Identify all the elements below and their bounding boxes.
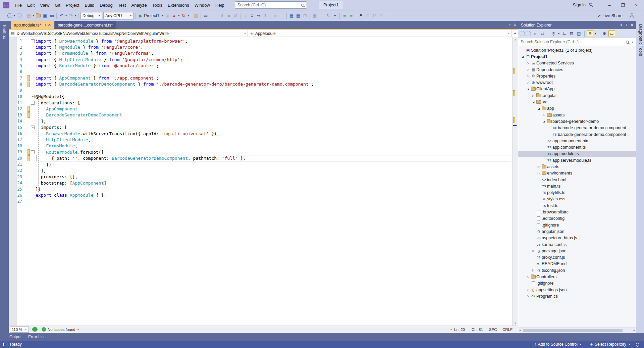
tree-item-clientapp[interactable]: ◢ClientApp <box>518 86 636 92</box>
editor-split-handle[interactable]: ÷ <box>512 30 518 37</box>
tree-item-src[interactable]: ◢src <box>518 99 636 105</box>
tree-item-test-ts[interactable]: TStest.ts <box>518 202 636 209</box>
start-debugging-button[interactable]: ▶Project1 <box>137 12 161 19</box>
tree-item--angular[interactable]: ▷.angular <box>518 92 636 99</box>
redo-icon[interactable]: ↷ <box>67 12 74 19</box>
collapsed-arrow-icon[interactable]: ▷ <box>526 62 530 65</box>
health-check-icon[interactable]: ✓ <box>42 327 46 332</box>
menu-window[interactable]: Window <box>192 2 213 9</box>
code-editor[interactable]: 1−import { BrowserModule } from '@angula… <box>9 37 518 326</box>
se-solutions-folders-toggle[interactable]: ≣ <box>587 30 593 37</box>
live-share-button[interactable]: ↗ Live Share <box>597 13 623 18</box>
menu-file[interactable]: File <box>12 2 24 9</box>
se-properties-icon[interactable]: ⚙ <box>601 30 608 37</box>
save-all-icon[interactable]: ▣▣ <box>48 12 55 19</box>
menu-edit[interactable]: Edit <box>24 2 37 9</box>
collapsed-arrow-icon[interactable]: ▷ <box>526 295 530 298</box>
collapsed-arrow-icon[interactable]: ▷ <box>526 288 530 291</box>
se-home-icon[interactable]: ⌂ <box>532 30 538 37</box>
collapsed-arrow-icon[interactable]: ▷ <box>531 94 536 97</box>
expanded-arrow-icon[interactable]: ◢ <box>520 55 525 58</box>
tree-item-aspnetcore-https-js[interactable]: JSaspnetcore-https.js <box>518 235 636 241</box>
tree-item-wwwroot[interactable]: ▷⊕wwwroot <box>518 79 636 86</box>
global-search-input[interactable]: Search (Ctrl+Q) <box>235 1 307 9</box>
scroll-left-icon[interactable]: ◂ <box>519 329 521 332</box>
fold-collapse-icon[interactable]: − <box>31 95 35 98</box>
scroll-right-icon[interactable]: ▸ <box>633 329 635 332</box>
collapsed-arrow-icon[interactable]: ▷ <box>531 249 536 252</box>
chevron-down-icon[interactable]: ▾ <box>65 14 67 17</box>
se-sync-active-document-icon[interactable]: ⇆ <box>561 30 568 37</box>
collapsed-arrow-icon[interactable]: ▷ <box>536 172 541 175</box>
toolbox-side-strip[interactable]: Toolbox <box>0 21 9 333</box>
tree-item-barcode-generator-demo[interactable]: ◢barcode-generator-demo <box>518 118 636 125</box>
pause-icon[interactable]: ‖ <box>219 12 225 19</box>
chevron-down-icon[interactable]: ▾ <box>621 23 622 27</box>
code-line[interactable]: 19− RouterModule.forRoot([ <box>9 149 512 155</box>
code-line[interactable]: 12 AppComponent <box>9 106 512 112</box>
tab-list-dropdown-icon[interactable]: ▾ <box>509 23 511 27</box>
se-collapse-all-icon[interactable]: ⊟ <box>568 30 575 37</box>
expanded-arrow-icon[interactable]: ◢ <box>531 101 536 104</box>
menu-analyze[interactable]: Analyze <box>128 2 149 9</box>
save-icon[interactable]: ▣ <box>42 12 48 19</box>
tree-item-proxy-conf-js[interactable]: JSproxy.conf.js <box>518 254 636 261</box>
expanded-arrow-icon[interactable]: ◢ <box>526 88 530 91</box>
indent-decrease-icon[interactable]: ≡ <box>341 12 348 19</box>
solution-explorer-search-input[interactable]: Search Solution Explorer (Ctrl+;) ▾ <box>518 38 636 46</box>
collapsed-arrow-icon[interactable]: ▷ <box>542 113 546 116</box>
hot-reload-icon[interactable]: ↻ <box>180 12 187 19</box>
se-back-icon[interactable]: ← <box>520 31 525 36</box>
pin-icon[interactable]: ⊤ <box>43 23 46 27</box>
code-line[interactable]: 20 { path: '', component: BarcodeGenerat… <box>9 155 512 161</box>
tree-item-main-ts[interactable]: TSmain.ts <box>518 183 636 189</box>
code-line[interactable]: 18 FormsModule, <box>9 143 512 149</box>
show-next-statement-icon[interactable]: ↓ <box>242 12 249 19</box>
browse-with-icon[interactable]: ▥ <box>193 12 199 19</box>
start-without-debugging-icon[interactable]: ▷ <box>164 12 171 19</box>
scroll-right-icon[interactable]: ▸ <box>450 328 452 331</box>
tree-item-barcode-generator-demo-component[interactable]: <>barcode-generator-demo.component <box>518 125 636 131</box>
step-into-icon[interactable]: ↧ <box>249 12 255 19</box>
editor-vertical-scrollbar[interactable]: ▲ ▼ <box>512 37 518 326</box>
next-bookmark-icon[interactable]: ⚐ <box>371 12 378 19</box>
step-out-icon[interactable]: ↥ <box>262 12 269 19</box>
code-line[interactable]: 7import { AppComponent } from './app.com… <box>9 75 512 81</box>
clear-bookmarks-icon[interactable]: ⚐ <box>378 12 384 19</box>
menu-debug[interactable]: Debug <box>97 2 115 9</box>
tree-item-properties[interactable]: ▷⚙Properties <box>518 73 636 79</box>
watch-grid-icon[interactable]: ▦ <box>288 12 295 19</box>
code-map-icon[interactable]: ≈ <box>272 12 278 19</box>
toolbar-overflow-icon[interactable]: ‒ <box>384 12 391 19</box>
document-tab[interactable]: barcode-gene....component.ts* <box>55 21 116 29</box>
tree-item-connected-services[interactable]: ▷☁Connected Services <box>518 60 636 66</box>
code-line[interactable]: 6 <box>9 69 512 75</box>
navigate-forward-icon[interactable]: → <box>16 12 22 19</box>
code-line[interactable]: 11− declarations: [ <box>9 100 512 106</box>
notifications-bell-icon[interactable] <box>636 343 639 346</box>
tree-item--editorconfig[interactable]: .editorconfig <box>518 215 636 222</box>
menu-test[interactable]: Test <box>115 2 129 9</box>
code-line[interactable]: 3import { FormsModule } from '@angular/f… <box>9 50 512 56</box>
user-account-icon[interactable] <box>588 3 593 7</box>
close-icon[interactable]: ✕ <box>631 23 633 27</box>
tree-item-program-cs[interactable]: ▷C#Program.cs <box>518 293 636 299</box>
step-over-icon[interactable]: ↪ <box>255 12 262 19</box>
tree-item-assets[interactable]: ▷assets <box>518 163 636 170</box>
toolbar-overflow-icon[interactable]: ‒ <box>318 12 325 19</box>
import-doc-icon[interactable]: ⊡ <box>302 12 308 19</box>
code-line[interactable]: 27 <box>9 198 512 204</box>
se-switch-views-icon[interactable]: ⇄ <box>539 30 546 37</box>
chevron-down-icon[interactable]: ▾ <box>13 14 16 17</box>
solution-name-badge[interactable]: Project1 <box>319 1 343 9</box>
file-path-dropdown[interactable]: ▤ D:\Workshop\VSDoc\VSBN\Web\WebDemos\Tu… <box>9 30 248 37</box>
code-line[interactable]: 13 BarcodeGeneratorDemoComponent <box>9 112 512 118</box>
close-tab-icon[interactable]: ✕ <box>48 23 51 27</box>
add-to-source-control-button[interactable]: ↑ Add to Source Control ▲ <box>532 341 585 348</box>
code-line[interactable]: 23 providers: [], <box>9 174 512 180</box>
close-button[interactable]: × <box>631 0 642 10</box>
minimize-button[interactable]: – <box>604 0 615 10</box>
preview-window-icon[interactable]: ▭ <box>202 12 209 19</box>
tree-item-angular-json[interactable]: {}angular.json <box>518 228 636 235</box>
scrollbar-thumb[interactable] <box>523 329 623 332</box>
